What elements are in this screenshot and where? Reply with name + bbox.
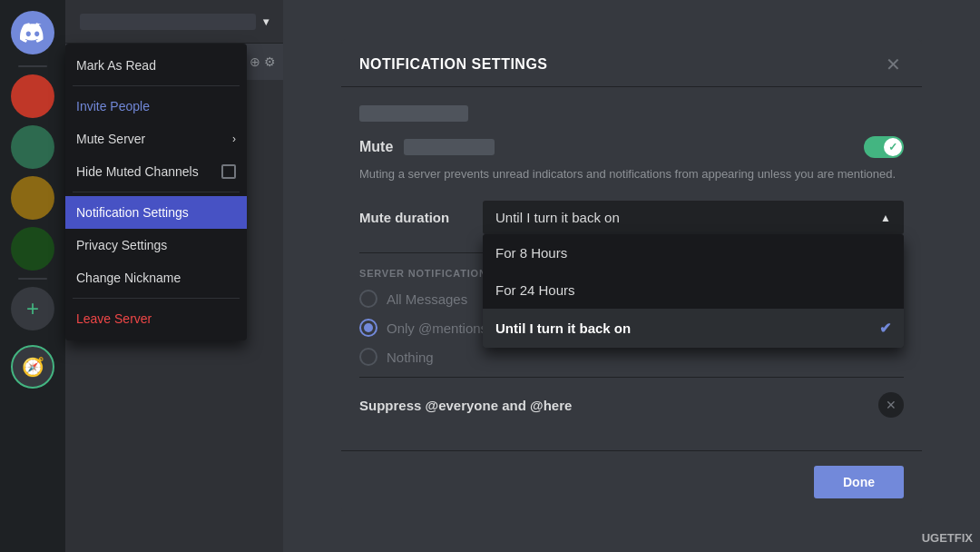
- modal-header: NOTIFICATION SETTINGS ✕: [341, 39, 922, 87]
- ctx-divider-1: [73, 85, 240, 86]
- server-divider-2: [18, 278, 47, 280]
- ctx-leave-server[interactable]: Leave Server: [65, 302, 247, 335]
- watermark: UGETFIX: [922, 531, 973, 545]
- channel-action-icons: ⊕ ⚙: [250, 54, 276, 69]
- radio-all-messages-circle[interactable]: [359, 290, 377, 308]
- server-list: + 🧭: [0, 0, 65, 552]
- ctx-divider-3: [73, 298, 240, 299]
- ctx-change-nickname[interactable]: Change Nickname: [65, 261, 247, 294]
- ctx-mark-read[interactable]: Mark As Read: [65, 49, 247, 82]
- dropdown-option-until-label: Until I turn it back on: [495, 320, 631, 336]
- server-divider: [18, 65, 47, 67]
- dropdown-options-list: For 8 Hours For 24 Hours Until I turn it…: [483, 234, 904, 348]
- ctx-mute-arrow: ›: [232, 133, 236, 145]
- ctx-nickname-label: Change Nickname: [76, 271, 181, 285]
- mute-description: Muting a server prevents unread indicato…: [359, 165, 904, 183]
- dropdown-selected-value[interactable]: Until I turn it back on ▲: [483, 201, 904, 234]
- ctx-mute-label: Mute Server: [76, 132, 145, 146]
- suppress-row: Suppress @everyone and @here ✕: [359, 377, 904, 432]
- ctx-hide-muted[interactable]: Hide Muted Channels: [65, 155, 247, 188]
- done-button[interactable]: Done: [814, 466, 904, 498]
- dropdown-option-until-back[interactable]: Until I turn it back on ✔: [483, 309, 904, 348]
- mute-server-name-bar: [404, 139, 495, 155]
- main-content: NOTIFICATION SETTINGS ✕ Mute ✓ Muting a …: [283, 0, 980, 552]
- server-icon-2[interactable]: [11, 125, 54, 169]
- ctx-privacy-label: Privacy Settings: [76, 238, 167, 252]
- settings-icon[interactable]: ⚙: [264, 54, 276, 69]
- radio-nothing-label: Nothing: [387, 350, 434, 365]
- toggle-knob: ✓: [884, 138, 902, 156]
- radio-nothing[interactable]: Nothing: [359, 348, 904, 366]
- mute-duration-label: Mute duration: [359, 201, 468, 225]
- server-icon-3[interactable]: [11, 176, 54, 220]
- modal-body: Mute ✓ Muting a server prevents unread i…: [341, 87, 922, 451]
- mute-row: Mute ✓: [359, 136, 904, 158]
- option-selected-check-icon: ✔: [879, 320, 891, 337]
- ctx-notification-settings[interactable]: Notification Settings: [65, 196, 247, 229]
- server-header[interactable]: ▾: [65, 0, 283, 44]
- ctx-mute-server[interactable]: Mute Server ›: [65, 123, 247, 155]
- add-server-button[interactable]: +: [11, 287, 54, 330]
- toggle-check-icon: ✓: [888, 141, 897, 153]
- mute-duration-dropdown[interactable]: Until I turn it back on ▲ For 8 Hours Fo…: [483, 201, 904, 234]
- dropdown-arrow-icon: ▲: [880, 212, 891, 224]
- ctx-invite-people[interactable]: Invite People: [65, 90, 247, 123]
- suppress-toggle[interactable]: ✕: [878, 392, 904, 418]
- radio-all-messages-label: All Messages: [387, 291, 467, 307]
- mute-duration-row: Mute duration Until I turn it back on ▲ …: [359, 201, 904, 234]
- discord-logo[interactable]: [11, 11, 54, 54]
- radio-nothing-circle[interactable]: [359, 348, 377, 366]
- radio-only-mentions-label: Only @mentions: [387, 320, 487, 336]
- server-name: [80, 14, 256, 30]
- suppress-label: Suppress @everyone and @here: [359, 398, 572, 413]
- ctx-leave-label: Leave Server: [76, 311, 152, 326]
- server-dropdown-arrow: ▾: [263, 15, 269, 28]
- mute-toggle[interactable]: ✓: [864, 136, 904, 158]
- notification-settings-modal: NOTIFICATION SETTINGS ✕ Mute ✓ Muting a …: [341, 39, 922, 514]
- ctx-divider-2: [73, 192, 240, 192]
- ctx-mark-read-label: Mark As Read: [76, 58, 156, 73]
- dropdown-option-24hours[interactable]: For 24 Hours: [483, 271, 904, 309]
- radio-only-mentions-circle[interactable]: [359, 319, 377, 337]
- modal-title: NOTIFICATION SETTINGS: [359, 56, 548, 73]
- server-icon-4[interactable]: [11, 227, 54, 271]
- ctx-invite-label: Invite People: [76, 99, 150, 113]
- ctx-notification-label: Notification Settings: [76, 205, 189, 220]
- dropdown-option-8hours[interactable]: For 8 Hours: [483, 234, 904, 271]
- server-icon-1[interactable]: [11, 74, 54, 118]
- explore-servers-button[interactable]: 🧭: [11, 345, 54, 389]
- dropdown-current-value: Until I turn it back on: [495, 210, 620, 225]
- mute-label: Mute: [359, 139, 393, 155]
- modal-close-button[interactable]: ✕: [882, 54, 904, 75]
- modal-footer: Done: [341, 450, 922, 513]
- ctx-hide-label: Hide Muted Channels: [76, 164, 199, 179]
- invite-icon[interactable]: ⊕: [250, 54, 260, 69]
- ctx-privacy-settings[interactable]: Privacy Settings: [65, 229, 247, 261]
- server-name-bar: [359, 105, 468, 122]
- ctx-hide-checkbox[interactable]: [221, 164, 236, 179]
- context-menu: Mark As Read Invite People Mute Server ›…: [65, 44, 247, 340]
- suppress-x-icon: ✕: [886, 398, 897, 412]
